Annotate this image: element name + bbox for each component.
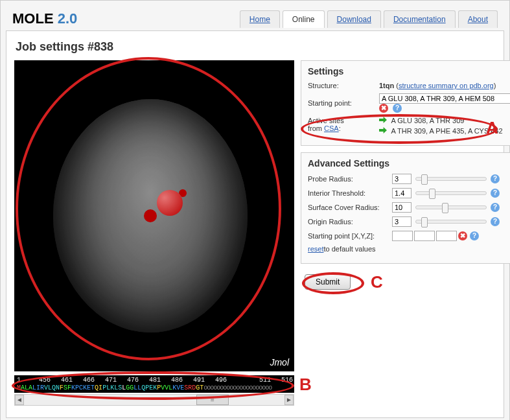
arrow-icon	[379, 117, 387, 123]
interior-threshold-slider[interactable]	[415, 191, 487, 195]
help-icon[interactable]: ?	[491, 217, 500, 226]
arrow-icon	[379, 127, 387, 134]
nav-home[interactable]: Home	[240, 10, 280, 28]
structure-summary-link[interactable]: structure summary on pdb.org	[399, 82, 494, 89]
starting-point-label: Starting point:	[308, 99, 379, 107]
surface-cover-label: Surface Cover Radius:	[308, 204, 392, 211]
help-icon[interactable]: ?	[491, 189, 500, 198]
nav-about[interactable]: About	[458, 10, 498, 28]
logo-version: 2.0	[58, 10, 78, 27]
origin-radius-input[interactable]	[392, 216, 411, 227]
settings-heading: Settings	[308, 66, 510, 76]
molecule-render	[53, 99, 248, 332]
clear-xyz-icon[interactable]: ✖	[458, 231, 467, 240]
sequence-strip[interactable]: 1456461466471476481486491496511516521 MA…	[14, 375, 294, 393]
scroll-handle[interactable]: ≡	[196, 395, 229, 405]
advanced-settings-panel: − Advanced Settings Probe Radius: ? Inte…	[301, 152, 510, 264]
main-nav: Home Online Download Documentation About	[237, 10, 498, 28]
structure-label: Structure:	[308, 82, 379, 89]
csa-link[interactable]: CSA	[324, 124, 339, 132]
reset-tail: to default values	[323, 245, 375, 253]
structure-id: 1tqn	[379, 82, 394, 89]
start-y-input[interactable]	[414, 231, 435, 241]
start-x-input[interactable]	[392, 231, 413, 241]
start-xyz-label: Starting point [X,Y,Z]:	[308, 232, 392, 240]
starting-point-input[interactable]	[379, 93, 510, 104]
origin-radius-label: Origin Radius:	[308, 218, 392, 226]
scroll-left-button[interactable]: ◄	[15, 395, 24, 405]
scroll-right-button[interactable]: ►	[284, 395, 294, 405]
probe-radius-label: Probe Radius:	[308, 175, 392, 183]
probe-radius-input[interactable]	[392, 174, 411, 184]
active-site-row-2[interactable]: A THR 309, A PHE 435, A CYS 442	[379, 127, 510, 135]
advanced-heading: Advanced Settings	[308, 158, 510, 169]
app-logo: MOLE 2.0	[12, 10, 77, 27]
help-icon[interactable]: ?	[393, 104, 402, 113]
help-icon[interactable]: ?	[491, 174, 500, 183]
help-icon[interactable]: ?	[491, 203, 500, 212]
surface-cover-input[interactable]	[392, 202, 411, 213]
active-site-2: A THR 309, A PHE 435, A CYS 442	[391, 127, 502, 135]
origin-radius-slider[interactable]	[415, 220, 487, 224]
nav-documentation[interactable]: Documentation	[384, 10, 456, 28]
submit-button[interactable]: Submit	[305, 274, 351, 290]
sequence-scrollbar[interactable]: ◄ ≡ ►	[14, 394, 294, 406]
interior-threshold-input[interactable]	[392, 188, 411, 198]
nav-download[interactable]: Download	[327, 10, 381, 28]
start-z-input[interactable]	[436, 231, 457, 241]
active-site-1: A GLU 308, A THR 309	[391, 117, 464, 124]
probe-radius-slider[interactable]	[415, 177, 487, 181]
sequence-residues: MALALIRVLQNFSFKPCKETQIPLKLSLGGLLQPEKPVVL…	[17, 384, 292, 391]
logo-name: MOLE	[12, 10, 54, 27]
page-title: Job settings #838	[16, 40, 496, 54]
help-icon[interactable]: ?	[470, 231, 479, 240]
settings-panel: Settings Structure: 1tqn (structure summ…	[301, 60, 510, 146]
viewer-engine-label: Jmol	[270, 357, 289, 368]
clear-starting-point-icon[interactable]: ✖	[379, 104, 388, 113]
active-site-row-1[interactable]: A GLU 308, A THR 309	[379, 117, 510, 124]
reset-link[interactable]: reset	[308, 245, 323, 253]
nav-online[interactable]: Online	[283, 10, 325, 28]
active-sites-label: Active sites from CSA:	[308, 117, 379, 132]
sequence-ticks: 1456461466471476481486491496511516521	[17, 377, 292, 384]
surface-cover-slider[interactable]	[415, 205, 487, 209]
structure-viewer[interactable]: Jmol	[14, 60, 294, 371]
interior-threshold-label: Interior Threshold:	[308, 189, 392, 197]
